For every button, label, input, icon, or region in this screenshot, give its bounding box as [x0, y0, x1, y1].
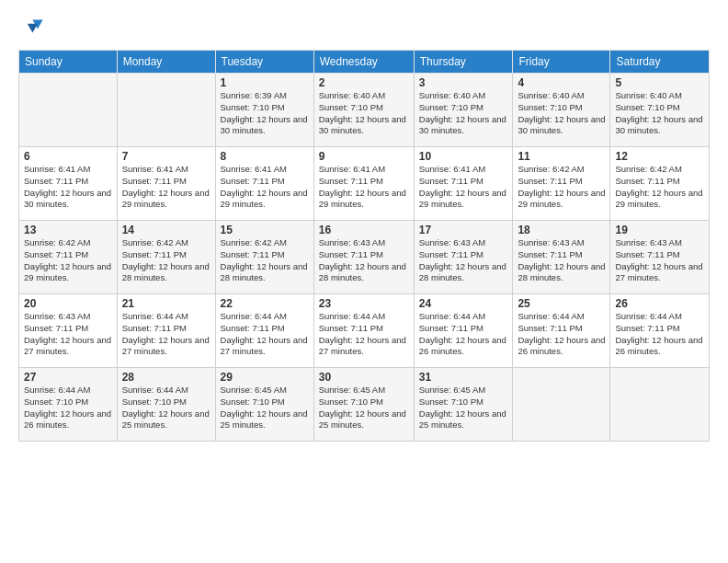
calendar-cell: 10Sunrise: 6:41 AMSunset: 7:11 PMDayligh…: [414, 147, 513, 221]
day-number: 11: [518, 150, 605, 163]
day-number: 1: [221, 76, 309, 89]
day-number: 28: [122, 371, 210, 384]
day-info: Sunrise: 6:41 AMSunset: 7:11 PMDaylight:…: [419, 164, 508, 211]
calendar-page: SundayMondayTuesdayWednesdayThursdayFrid…: [0, 0, 728, 563]
calendar-cell: 26Sunrise: 6:44 AMSunset: 7:11 PMDayligh…: [610, 294, 710, 368]
day-info: Sunrise: 6:40 AMSunset: 7:10 PMDaylight:…: [319, 90, 409, 137]
calendar-week-5: 27Sunrise: 6:44 AMSunset: 7:10 PMDayligh…: [19, 368, 710, 442]
weekday-header-wednesday: Wednesday: [313, 51, 414, 74]
day-number: 16: [319, 224, 409, 236]
day-info: Sunrise: 6:41 AMSunset: 7:11 PMDaylight:…: [221, 164, 309, 211]
day-number: 13: [24, 224, 112, 236]
day-number: 5: [615, 76, 704, 89]
day-number: 19: [615, 224, 704, 236]
calendar-cell: 23Sunrise: 6:44 AMSunset: 7:11 PMDayligh…: [313, 294, 414, 368]
day-info: Sunrise: 6:43 AMSunset: 7:11 PMDaylight:…: [24, 311, 112, 358]
day-number: 8: [221, 150, 309, 163]
calendar-cell: 7Sunrise: 6:41 AMSunset: 7:11 PMDaylight…: [117, 147, 215, 221]
day-info: Sunrise: 6:44 AMSunset: 7:10 PMDaylight:…: [122, 385, 210, 431]
calendar-cell: 11Sunrise: 6:42 AMSunset: 7:11 PMDayligh…: [513, 147, 610, 221]
day-info: Sunrise: 6:41 AMSunset: 7:11 PMDaylight:…: [319, 164, 409, 211]
day-info: Sunrise: 6:45 AMSunset: 7:10 PMDaylight:…: [319, 385, 409, 431]
calendar-cell: 8Sunrise: 6:41 AMSunset: 7:11 PMDaylight…: [215, 147, 313, 221]
calendar-cell: [117, 74, 215, 147]
calendar-cell: 29Sunrise: 6:45 AMSunset: 7:10 PMDayligh…: [215, 368, 313, 442]
day-info: Sunrise: 6:44 AMSunset: 7:11 PMDaylight:…: [122, 311, 210, 358]
logo: [18, 15, 46, 40]
day-info: Sunrise: 6:45 AMSunset: 7:10 PMDaylight:…: [221, 385, 309, 431]
day-number: 3: [419, 76, 508, 89]
day-info: Sunrise: 6:44 AMSunset: 7:11 PMDaylight:…: [221, 311, 309, 358]
day-info: Sunrise: 6:44 AMSunset: 7:11 PMDaylight:…: [615, 311, 704, 358]
day-number: 29: [221, 371, 309, 384]
day-info: Sunrise: 6:40 AMSunset: 7:10 PMDaylight:…: [615, 90, 704, 137]
day-number: 21: [122, 297, 210, 310]
calendar-cell: 13Sunrise: 6:42 AMSunset: 7:11 PMDayligh…: [19, 221, 118, 294]
calendar-cell: 19Sunrise: 6:43 AMSunset: 7:11 PMDayligh…: [610, 221, 710, 294]
day-info: Sunrise: 6:44 AMSunset: 7:11 PMDaylight:…: [419, 311, 508, 358]
weekday-header-sunday: Sunday: [19, 51, 118, 74]
calendar-cell: 14Sunrise: 6:42 AMSunset: 7:11 PMDayligh…: [117, 221, 215, 294]
day-number: 22: [221, 297, 309, 310]
calendar-week-3: 13Sunrise: 6:42 AMSunset: 7:11 PMDayligh…: [19, 221, 710, 294]
day-number: 6: [24, 150, 112, 163]
day-info: Sunrise: 6:43 AMSunset: 7:11 PMDaylight:…: [615, 237, 704, 284]
day-info: Sunrise: 6:43 AMSunset: 7:11 PMDaylight:…: [419, 237, 508, 284]
day-info: Sunrise: 6:42 AMSunset: 7:11 PMDaylight:…: [518, 164, 605, 211]
day-info: Sunrise: 6:42 AMSunset: 7:11 PMDaylight:…: [221, 237, 309, 284]
day-number: 4: [518, 76, 605, 89]
day-number: 7: [122, 150, 210, 163]
day-info: Sunrise: 6:45 AMSunset: 7:10 PMDaylight:…: [419, 385, 508, 431]
day-info: Sunrise: 6:40 AMSunset: 7:10 PMDaylight:…: [518, 90, 605, 137]
day-number: 12: [615, 150, 704, 163]
calendar-cell: 21Sunrise: 6:44 AMSunset: 7:11 PMDayligh…: [117, 294, 215, 368]
day-number: 9: [319, 150, 409, 163]
calendar-cell: 12Sunrise: 6:42 AMSunset: 7:11 PMDayligh…: [610, 147, 710, 221]
day-info: Sunrise: 6:41 AMSunset: 7:11 PMDaylight:…: [24, 164, 112, 211]
day-number: 18: [518, 224, 605, 236]
weekday-header-tuesday: Tuesday: [215, 51, 313, 74]
calendar-cell: 30Sunrise: 6:45 AMSunset: 7:10 PMDayligh…: [313, 368, 414, 442]
calendar-cell: 2Sunrise: 6:40 AMSunset: 7:10 PMDaylight…: [313, 74, 414, 147]
day-info: Sunrise: 6:43 AMSunset: 7:11 PMDaylight:…: [518, 237, 605, 284]
calendar-cell: [19, 74, 118, 147]
day-number: 25: [518, 297, 605, 310]
day-info: Sunrise: 6:44 AMSunset: 7:10 PMDaylight:…: [24, 385, 112, 431]
calendar-cell: 3Sunrise: 6:40 AMSunset: 7:10 PMDaylight…: [414, 74, 513, 147]
calendar-cell: 28Sunrise: 6:44 AMSunset: 7:10 PMDayligh…: [117, 368, 215, 442]
calendar-cell: 27Sunrise: 6:44 AMSunset: 7:10 PMDayligh…: [19, 368, 118, 442]
calendar-cell: 22Sunrise: 6:44 AMSunset: 7:11 PMDayligh…: [215, 294, 313, 368]
calendar-cell: 6Sunrise: 6:41 AMSunset: 7:11 PMDaylight…: [19, 147, 118, 221]
calendar-cell: [513, 368, 610, 442]
day-info: Sunrise: 6:40 AMSunset: 7:10 PMDaylight:…: [419, 90, 508, 137]
weekday-header-monday: Monday: [117, 51, 215, 74]
page-header: [18, 15, 710, 40]
calendar-week-2: 6Sunrise: 6:41 AMSunset: 7:11 PMDaylight…: [19, 147, 710, 221]
calendar-cell: 25Sunrise: 6:44 AMSunset: 7:11 PMDayligh…: [513, 294, 610, 368]
day-number: 30: [319, 371, 409, 384]
day-info: Sunrise: 6:43 AMSunset: 7:11 PMDaylight:…: [319, 237, 409, 284]
day-number: 10: [419, 150, 508, 163]
calendar-cell: 24Sunrise: 6:44 AMSunset: 7:11 PMDayligh…: [414, 294, 513, 368]
weekday-header-friday: Friday: [513, 51, 610, 74]
calendar-cell: 5Sunrise: 6:40 AMSunset: 7:10 PMDaylight…: [610, 74, 710, 147]
calendar-cell: 15Sunrise: 6:42 AMSunset: 7:11 PMDayligh…: [215, 221, 313, 294]
calendar-cell: 1Sunrise: 6:39 AMSunset: 7:10 PMDaylight…: [215, 74, 313, 147]
day-info: Sunrise: 6:42 AMSunset: 7:11 PMDaylight:…: [24, 237, 112, 284]
day-info: Sunrise: 6:44 AMSunset: 7:11 PMDaylight:…: [319, 311, 409, 358]
calendar-week-4: 20Sunrise: 6:43 AMSunset: 7:11 PMDayligh…: [19, 294, 710, 368]
day-number: 23: [319, 297, 409, 310]
calendar-cell: 18Sunrise: 6:43 AMSunset: 7:11 PMDayligh…: [513, 221, 610, 294]
day-info: Sunrise: 6:42 AMSunset: 7:11 PMDaylight:…: [122, 237, 210, 284]
calendar-week-1: 1Sunrise: 6:39 AMSunset: 7:10 PMDaylight…: [19, 74, 710, 147]
day-number: 31: [419, 371, 508, 384]
day-number: 17: [419, 224, 508, 236]
calendar-cell: [610, 368, 710, 442]
weekday-header-thursday: Thursday: [414, 51, 513, 74]
day-number: 2: [319, 76, 409, 89]
day-number: 14: [122, 224, 210, 236]
calendar-cell: 31Sunrise: 6:45 AMSunset: 7:10 PMDayligh…: [414, 368, 513, 442]
day-number: 27: [24, 371, 112, 384]
calendar-cell: 16Sunrise: 6:43 AMSunset: 7:11 PMDayligh…: [313, 221, 414, 294]
calendar-cell: 9Sunrise: 6:41 AMSunset: 7:11 PMDaylight…: [313, 147, 414, 221]
